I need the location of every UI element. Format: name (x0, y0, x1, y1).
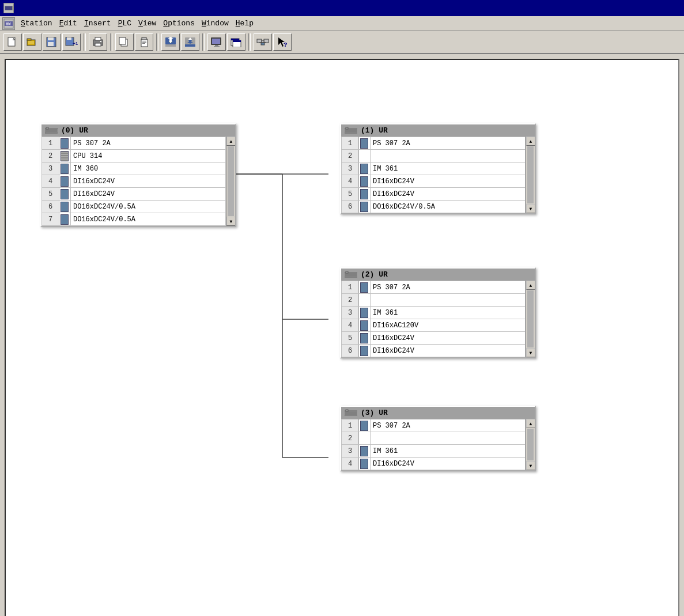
table-row[interactable]: 3IM 361 (342, 162, 526, 175)
module-icon (360, 333, 368, 343)
row-number: 3 (42, 162, 59, 175)
row-number: 3 (342, 307, 359, 319)
rack-3-scrollbar[interactable]: ▲▼ (526, 419, 535, 470)
table-row[interactable]: 2 (342, 432, 526, 445)
rack-title: (0) UR (61, 126, 88, 135)
menu-help[interactable]: Help (232, 18, 257, 29)
separator-5 (248, 33, 251, 51)
window-button[interactable] (227, 33, 245, 51)
title-bar (0, 0, 684, 16)
rack-1-scrollbar[interactable]: ▲▼ (526, 137, 535, 213)
module-icon-cell (59, 201, 71, 213)
table-row[interactable]: 6DO16xDC24V/0.5A (42, 201, 226, 213)
module-name: DO16xDC24V/0.5A (71, 201, 226, 213)
svg-rect-17 (95, 37, 101, 40)
module-icon-cell (359, 150, 371, 162)
menu-plc[interactable]: PLC (115, 18, 135, 29)
new-button[interactable] (3, 33, 22, 51)
row-number: 4 (342, 319, 359, 332)
rack-1: (1) UR1PS 307 2A23IM 3614DI16xDC24V5DI16… (340, 123, 536, 214)
module-icon-cell (59, 188, 71, 201)
main-content: (0) UR1PS 307 2A2CPU 3143IM 3604DI16xDC2… (5, 59, 679, 616)
save-io-button[interactable]: +10 (62, 33, 81, 51)
rack-2-scrollbar[interactable]: ▲▼ (526, 281, 535, 357)
monitor-button[interactable] (207, 33, 226, 51)
network-button[interactable] (254, 33, 272, 51)
module-icon (360, 202, 368, 212)
menu-options[interactable]: Options (160, 18, 198, 29)
module-name: DI16xDC24V (371, 345, 526, 357)
rack-3-header: (3) UR (341, 407, 535, 419)
menu-insert[interactable]: Insert (81, 18, 115, 29)
table-row[interactable]: 1PS 307 2A (342, 137, 526, 150)
table-row[interactable]: 1PS 307 2A (342, 281, 526, 294)
table-row[interactable]: 1PS 307 2A (342, 420, 526, 432)
rack-2-header: (2) UR (341, 269, 535, 281)
svg-rect-67 (345, 411, 357, 415)
table-row[interactable]: 1PS 307 2A (42, 137, 226, 150)
table-row[interactable]: 4DI16xAC120V (342, 319, 526, 332)
svg-rect-43 (257, 39, 262, 43)
scroll-down-button[interactable]: ▼ (226, 217, 235, 226)
table-row[interactable]: 5DI16xDC24V (342, 332, 526, 345)
table-row[interactable]: 7DO16xDC24V/0.5A (42, 213, 226, 226)
scroll-up-button[interactable]: ▲ (226, 137, 235, 146)
table-row[interactable]: 3IM 360 (42, 162, 226, 175)
module-icon (360, 459, 368, 469)
module-name: IM 361 (371, 162, 526, 175)
upload-button[interactable] (181, 33, 199, 51)
svg-rect-18 (95, 43, 101, 46)
row-number: 1 (342, 420, 359, 432)
table-row[interactable]: 4DI16xDC24V (342, 458, 526, 470)
module-icon (61, 164, 69, 174)
open-button[interactable] (23, 33, 41, 51)
table-row[interactable]: 4DI16xDC24V (42, 175, 226, 188)
help-cursor-button[interactable]: ? (273, 33, 292, 51)
scroll-down-button[interactable]: ▼ (526, 204, 535, 213)
svg-rect-38 (214, 46, 220, 47)
module-name: DO16xDC24V/0.5A (71, 213, 226, 226)
table-row[interactable]: 4DI16xDC24V (342, 175, 526, 188)
table-row[interactable]: 3IM 361 (342, 445, 526, 458)
module-icon-cell (359, 188, 371, 201)
svg-rect-46 (262, 40, 264, 43)
table-row[interactable]: 5DI16xDC24V (342, 188, 526, 201)
table-row[interactable]: 2CPU 314 (42, 150, 226, 162)
table-row[interactable]: 6DO16xDC24V/0.5A (342, 201, 526, 213)
menu-station[interactable]: Station (17, 18, 56, 29)
paste-button[interactable] (135, 33, 153, 51)
menu-window[interactable]: Window (198, 18, 232, 29)
table-row[interactable]: 5DI16xDC24V (42, 188, 226, 201)
module-icon (360, 138, 368, 149)
rack-0-scrollbar[interactable]: ▲▼ (226, 137, 235, 226)
print-button[interactable] (89, 33, 107, 51)
row-number: 1 (42, 137, 59, 150)
module-icon-cell (59, 213, 71, 226)
toolbar: +10 (0, 31, 684, 54)
menu-edit[interactable]: Edit (56, 18, 81, 29)
svg-rect-2 (5, 6, 12, 10)
scroll-up-button[interactable]: ▲ (526, 137, 535, 146)
scroll-up-button[interactable]: ▲ (526, 419, 535, 428)
table-row[interactable]: 3IM 361 (342, 307, 526, 319)
rack-0-table-wrapper: 1PS 307 2A2CPU 3143IM 3604DI16xDC24V5DI1… (41, 137, 235, 226)
scroll-down-button[interactable]: ▼ (526, 461, 535, 470)
table-row[interactable]: 6DI16xDC24V (342, 345, 526, 357)
scroll-down-button[interactable]: ▼ (526, 348, 535, 357)
download-button[interactable] (161, 33, 180, 51)
table-row[interactable]: 2 (342, 294, 526, 307)
copy-button[interactable] (115, 33, 134, 51)
table-row[interactable]: 2 (342, 150, 526, 162)
svg-rect-37 (215, 45, 218, 46)
module-icon-cell (359, 201, 371, 213)
menu-view[interactable]: View (135, 18, 160, 29)
module-name (371, 432, 526, 445)
row-number: 7 (42, 213, 59, 226)
module-name: DI16xDC24V (371, 188, 526, 201)
save-button[interactable] (43, 33, 61, 51)
menu-bar: HW Station Edit Insert PLC View Options … (0, 16, 684, 31)
row-number: 3 (342, 162, 359, 175)
module-icon (61, 151, 69, 161)
module-icon-cell (359, 458, 371, 470)
scroll-up-button[interactable]: ▲ (526, 281, 535, 290)
